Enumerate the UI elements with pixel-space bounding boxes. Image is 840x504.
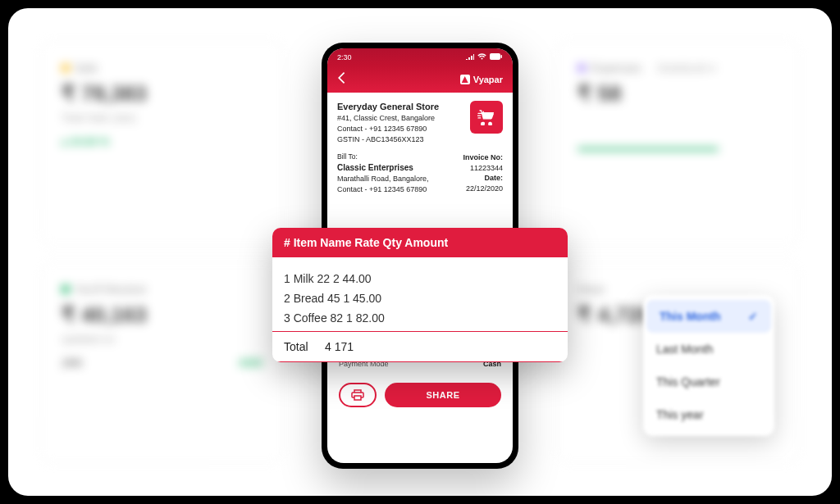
svg-rect-0 <box>490 53 500 60</box>
table-row: 3 Coffee 82 1 82.00 <box>284 308 556 328</box>
back-icon[interactable] <box>337 72 345 87</box>
period-last-month[interactable]: Last Month <box>643 333 774 366</box>
store-address: #41, Classic Crest, Bangalore <box>337 113 439 124</box>
svg-point-3 <box>489 122 491 125</box>
invoice-date: 22/12/2020 <box>463 184 503 194</box>
app-bar: Vyapar <box>327 66 513 93</box>
table-row: 2 Bread 45 1 45.00 <box>284 288 556 308</box>
total-value: 4 171 <box>325 340 354 353</box>
bg-sale-sub: Total Sale (Jan) <box>62 111 262 124</box>
period-this-month[interactable]: This Month ✓ <box>646 300 771 333</box>
bg-exp-title: Expenses <box>591 61 641 75</box>
period-this-year[interactable]: This year <box>643 398 774 431</box>
items-table-card: # Item Name Rate Qty Amount 1 Milk 22 2 … <box>272 228 568 362</box>
logo-icon <box>460 75 470 84</box>
period-dropdown[interactable]: This Month ✓ Last Month This Quarter Thi… <box>643 295 774 436</box>
battery-icon <box>490 53 503 61</box>
bg-recv-value: ₹ 40,163 <box>62 302 262 328</box>
store-gstin: GSTIN - ABC13456XX123 <box>337 134 439 145</box>
table-total: Total 4 171 <box>272 331 568 362</box>
items-table-header: # Item Name Rate Qty Amount <box>272 228 568 257</box>
app-frame: Sale ₹ 78,383 Total Sale (Jan) ▴ 24.84 %… <box>8 8 832 496</box>
bg-sale-delta: ▴ 24.84 % <box>62 135 262 148</box>
invoice-content: Everyday General Store #41, Classic Cres… <box>327 93 513 202</box>
app-logo: Vyapar <box>460 75 503 84</box>
store-name: Everyday General Store <box>337 101 439 113</box>
bill-to-address: Marathalli Road, Bangalore, <box>337 174 429 184</box>
store-info: Everyday General Store #41, Classic Cres… <box>337 101 439 144</box>
wifi-icon <box>477 53 486 61</box>
invoice-number: 11223344 <box>463 163 503 174</box>
bg-sale-title: Sale <box>75 61 98 75</box>
status-time: 2:30 <box>337 53 352 61</box>
print-icon <box>351 389 364 401</box>
bill-to-name: Classic Enterprises <box>337 162 429 174</box>
signal-icon <box>466 53 474 61</box>
print-button[interactable] <box>339 383 377 407</box>
svg-point-2 <box>482 122 485 125</box>
bg-have-title: Have <box>578 283 605 296</box>
bill-to-contact: Contact - +91 12345 67890 <box>337 184 429 195</box>
cart-icon <box>470 101 503 134</box>
svg-rect-1 <box>501 55 503 58</box>
check-icon: ✓ <box>748 310 758 323</box>
table-row: 1 Milk 22 2 44.00 <box>284 269 556 288</box>
bg-recv-title: You'll Receive <box>75 283 146 296</box>
store-contact: Contact - +91 12345 67890 <box>337 124 439 134</box>
bg-sale-value: ₹ 78,383 <box>62 81 262 107</box>
period-this-quarter[interactable]: This Quarter <box>643 366 774 398</box>
status-bar: 2:30 <box>327 48 513 66</box>
bg-exp-value: ₹ 58 <box>578 81 778 107</box>
share-button[interactable]: SHARE <box>385 383 501 407</box>
invoice-meta: Invoice No: 11223344 Date: 22/12/2020 <box>463 152 503 194</box>
bill-to: Bill To: Classic Enterprises Marathalli … <box>337 152 429 194</box>
